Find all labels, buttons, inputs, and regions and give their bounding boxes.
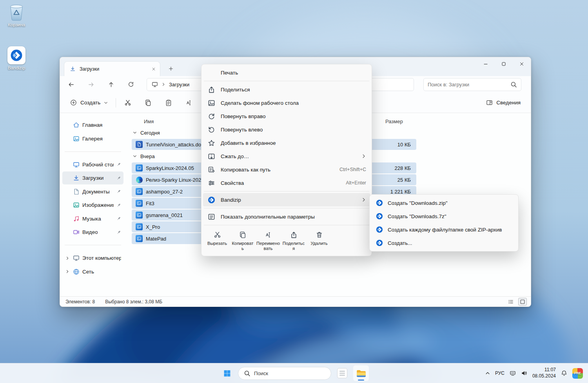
sidebar-item-videos[interactable]: Видео	[62, 226, 123, 239]
new-tab-button[interactable]	[165, 63, 177, 75]
bandizip-icon	[376, 239, 383, 246]
language-indicator[interactable]: РУС	[495, 370, 505, 376]
chevron-down-icon	[104, 101, 108, 105]
sidebar-item-home[interactable]: Главная	[62, 119, 123, 131]
paste-button[interactable]	[162, 96, 176, 110]
tab-downloads[interactable]: Загрузки	[64, 61, 160, 76]
quick-action-share[interactable]: Поделиться	[281, 228, 306, 254]
quick-action-rename[interactable]: Переименовать	[256, 228, 281, 254]
rename-button[interactable]	[182, 96, 196, 110]
sidebar-item-desktop[interactable]: Рабочий стол	[62, 158, 123, 171]
up-button[interactable]	[105, 78, 117, 90]
menu-item-set-as-wallpaper[interactable]: Сделать фоном рабочего стола	[203, 96, 370, 109]
menu-shortcut: Ctrl+Shift+C	[339, 167, 366, 172]
quick-action-label: Поделиться	[282, 241, 305, 252]
search-input[interactable]: Поиск в: Загрузки	[423, 78, 521, 91]
taskbar-search[interactable]: Поиск	[238, 367, 331, 380]
menu-item-bandizip[interactable]: Bandizip	[203, 193, 370, 206]
desktop-icon-label: Bandizip	[8, 66, 25, 70]
quick-action-cut[interactable]: Вырезать	[205, 228, 230, 254]
create-new-button[interactable]: Создать	[67, 97, 111, 108]
paste-icon	[165, 99, 172, 106]
menu-item-rotate-left[interactable]: Повернуть влево	[203, 123, 370, 136]
back-button[interactable]	[65, 78, 77, 90]
file-size: 10 КБ	[379, 142, 412, 148]
submenu-item-create-7z[interactable]: Создать "Downloads.7z"	[371, 210, 517, 223]
network-icon	[73, 268, 80, 275]
list-view-button[interactable]	[506, 298, 515, 306]
pin-icon	[116, 230, 121, 235]
close-tab-icon[interactable]	[151, 67, 156, 71]
insider-preview-badge[interactable]: PRE	[572, 368, 583, 379]
menu-item-share[interactable]: Поделиться	[203, 83, 370, 96]
sidebar-divider	[65, 245, 121, 245]
notifications-bell-icon[interactable]	[561, 370, 567, 376]
close-icon	[519, 61, 524, 67]
large-icons-view-button[interactable]	[518, 298, 527, 306]
breadcrumb[interactable]: Загрузки	[169, 82, 189, 88]
maximize-icon	[501, 61, 506, 67]
menu-item-rotate-right[interactable]: Повернуть вправо	[203, 109, 370, 123]
column-header-size[interactable]: Размер	[385, 119, 403, 124]
collapse-chevron-icon[interactable]	[133, 154, 137, 158]
image-file-icon	[136, 212, 143, 219]
network-icon[interactable]	[510, 370, 516, 376]
desktop-icon-bandizip[interactable]: Bandizip	[2, 46, 31, 70]
quick-action-delete[interactable]: Удалить	[307, 228, 332, 254]
menu-item-show-more-options[interactable]: Показать дополнительные параметры	[203, 210, 370, 223]
copy-icon	[239, 231, 247, 239]
quick-action-label: Копировать	[231, 241, 254, 252]
tray-time: 11:07	[532, 367, 556, 373]
menu-item-label: Сжать до…	[221, 153, 356, 159]
sidebar-item-network[interactable]: Сеть	[62, 265, 123, 278]
desktop-icon-recycle-bin[interactable]: Корзина	[2, 3, 31, 27]
clock[interactable]: 11:07 08.05.2024	[532, 367, 556, 379]
menu-item-compress-to[interactable]: Сжать до…	[203, 150, 370, 163]
sidebar-item-pictures[interactable]: Изображения	[62, 199, 123, 212]
sidebar-item-documents[interactable]: Документы	[62, 185, 123, 198]
rotate-left-icon	[208, 126, 215, 133]
desktop-icon	[73, 161, 80, 168]
menu-item-add-to-favorites[interactable]: Добавить в избранное	[203, 136, 370, 150]
menu-item-label: Добавить в избранное	[221, 140, 366, 146]
cut-icon	[214, 231, 221, 239]
taskbar-app-button[interactable]	[334, 365, 350, 381]
column-header-name[interactable]: Имя	[144, 119, 154, 124]
this-pc-icon	[152, 81, 158, 88]
file-explorer-taskbar-button[interactable]	[353, 365, 369, 381]
volume-icon[interactable]	[521, 370, 527, 376]
submenu-item-create-zip[interactable]: Создать "Downloads.zip"	[371, 196, 517, 210]
submenu-item-create-each-zip[interactable]: Создать каждому файлу/папке свой ZIP-арх…	[371, 223, 517, 236]
navigation-pane: Главная Галерея Рабочий стол Загрузки	[60, 113, 126, 296]
submenu-item-create-custom[interactable]: Создать...	[371, 236, 517, 250]
menu-item-label: Повернуть влево	[221, 127, 366, 133]
search-icon	[510, 81, 517, 88]
app-icon	[337, 368, 347, 378]
sidebar-divider	[65, 151, 121, 152]
collapse-chevron-icon[interactable]	[133, 131, 137, 135]
copy-button[interactable]	[141, 96, 155, 110]
chevron-right-icon[interactable]	[162, 82, 165, 86]
hidden-icons-chevron-icon[interactable]	[485, 371, 490, 376]
start-button[interactable]	[219, 365, 235, 381]
quick-action-copy[interactable]: Копировать	[230, 228, 255, 254]
close-button[interactable]	[513, 57, 531, 71]
file-explorer-icon	[356, 368, 367, 379]
sidebar-item-gallery[interactable]: Галерея	[62, 132, 123, 145]
details-pane-button[interactable]: Сведения	[483, 97, 524, 108]
expand-chevron-icon	[65, 270, 69, 274]
sidebar-item-this-pc[interactable]: Этот компьютер	[62, 252, 123, 264]
forward-button[interactable]	[85, 78, 97, 90]
quick-actions-row: Вырезать Копировать Переименовать Подели…	[203, 227, 370, 254]
cut-button[interactable]	[121, 96, 135, 110]
sidebar-item-music[interactable]: Музыка	[62, 212, 123, 225]
maximize-button[interactable]	[495, 57, 513, 71]
share-icon	[208, 86, 215, 93]
refresh-button[interactable]	[125, 78, 137, 90]
menu-item-print[interactable]: Печать	[203, 66, 370, 79]
status-bar: Элементов: 8 Выбрано 8 элем.: 3,08 МБ	[60, 296, 531, 306]
minimize-button[interactable]	[477, 57, 495, 71]
sidebar-item-downloads[interactable]: Загрузки	[62, 171, 123, 184]
menu-item-copy-as-path[interactable]: Копировать как путь Ctrl+Shift+C	[203, 163, 370, 176]
menu-item-properties[interactable]: Свойства Alt+Enter	[203, 176, 370, 190]
